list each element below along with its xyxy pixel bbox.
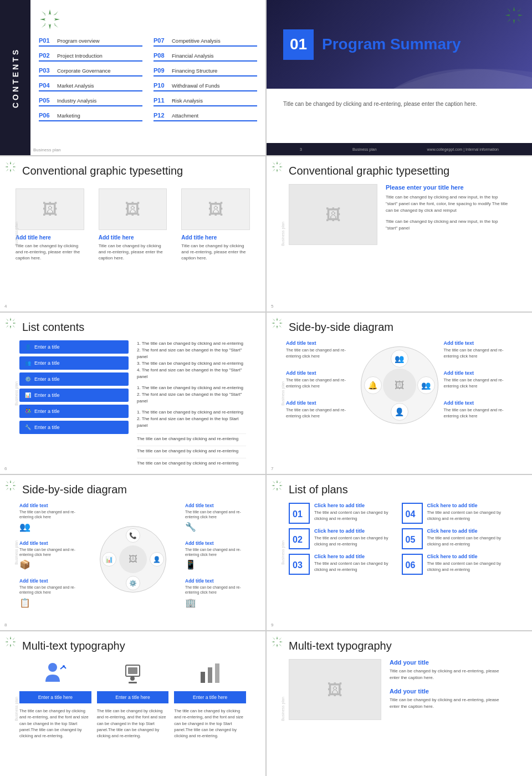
btn-label[interactable]: Enter a title xyxy=(34,376,60,382)
plan-title-3[interactable]: Click here to add title xyxy=(314,554,397,559)
toc-label: Industry Analysis xyxy=(57,98,96,104)
center-icon: 🖼 xyxy=(395,380,405,391)
svg-marker-52 xyxy=(6,481,8,483)
diagram-sm-layout: Add title text The title can be changed … xyxy=(19,503,246,616)
card-3-title[interactable]: Add title here xyxy=(181,234,250,241)
diag-sm-title[interactable]: Add title text xyxy=(185,578,246,584)
multi-btn-1[interactable]: Enter a title here xyxy=(19,691,91,703)
plan-title-4[interactable]: Click here to add title xyxy=(427,503,510,508)
plan-title-6[interactable]: Click here to add title xyxy=(427,554,510,559)
svg-marker-64 xyxy=(10,636,11,640)
svg-marker-70 xyxy=(13,637,15,640)
corner-icon-left xyxy=(271,636,283,650)
btn-label[interactable]: Enter a title xyxy=(34,409,60,414)
diag-sm-desc: The title can be changed and re-entering… xyxy=(19,509,80,519)
plan-title-2[interactable]: Click here to add title xyxy=(314,528,397,534)
orbit-bottom: 👤 xyxy=(391,403,408,421)
svg-marker-48 xyxy=(10,480,11,483)
multi-btn-2[interactable]: Enter a title here xyxy=(97,691,169,703)
list-btn-6[interactable]: 🔧 Enter a title xyxy=(19,421,129,434)
plan-num-6: 06 xyxy=(402,554,423,575)
diag-title[interactable]: Add title text xyxy=(444,400,513,406)
circle-center: 🖼 xyxy=(383,369,416,402)
svg-marker-16 xyxy=(10,161,11,165)
toc-pnum: P04 xyxy=(39,82,54,89)
diag-sm-title[interactable]: Add title text xyxy=(19,578,80,584)
corner-icon-left xyxy=(4,161,17,175)
toc-label: Corporate Governance xyxy=(57,68,111,74)
svg-marker-54 xyxy=(13,481,15,483)
footnote-bar: 3 Business plan www.collegeppt.com | Int… xyxy=(267,143,532,155)
sidebar: CONTENTS xyxy=(0,0,30,155)
list-btn-1[interactable]: 👤 Enter a title xyxy=(19,340,129,354)
diag-desc: The title can be changed and re-entering… xyxy=(286,377,355,389)
diag-title[interactable]: Add title text xyxy=(286,400,355,406)
list-btn-5[interactable]: 👫 Enter a title xyxy=(19,405,129,418)
svg-marker-57 xyxy=(277,488,278,491)
list-btn-3[interactable]: ⚙️ Enter a title xyxy=(19,372,129,386)
svg-marker-53 xyxy=(13,488,15,490)
svg-marker-81 xyxy=(277,636,278,640)
footnote-right: www.collegeppt.com | Internal informatio… xyxy=(427,147,499,151)
content-title[interactable]: Please enter your title here xyxy=(386,184,510,191)
svg-marker-24 xyxy=(277,161,278,165)
multi-right-desc-2: Title can be changed by clicking and re-… xyxy=(390,697,510,710)
svg-marker-60 xyxy=(273,481,275,483)
list-btn-4[interactable]: 📊 Enter a title xyxy=(19,389,129,402)
watermark: Business plan xyxy=(281,540,285,565)
card-2-title[interactable]: Add title here xyxy=(99,234,167,241)
diag-title[interactable]: Add title text xyxy=(286,340,355,346)
svg-marker-19 xyxy=(13,166,16,167)
card-1-title[interactable]: Add title here xyxy=(16,234,84,241)
diag-sm-title[interactable]: Add title text xyxy=(19,503,80,508)
slide8-title: Side-by-side diagram xyxy=(22,483,254,496)
slide-multi-text-left: Multi-text typography Business plan Ente… xyxy=(0,631,265,776)
diag-title[interactable]: Add title text xyxy=(444,340,513,346)
btn-label[interactable]: Enter a title xyxy=(34,425,60,430)
svg-marker-40 xyxy=(277,318,278,321)
diag-sm-title[interactable]: Add title text xyxy=(185,503,246,508)
sidebar-text: CONTENTS xyxy=(11,48,20,108)
diagram-sm-right: Add title text The title can be changed … xyxy=(185,503,246,616)
diag-title[interactable]: Add title text xyxy=(444,370,513,376)
multi-right-title-1[interactable]: Add your title xyxy=(390,659,510,666)
slide-description[interactable]: Title can be changed by clicking and re-… xyxy=(283,100,515,109)
plan-title-1[interactable]: Click here to add title xyxy=(314,503,397,508)
toc-pnum: P05 xyxy=(39,97,54,104)
btn-icon: 👫 xyxy=(25,409,31,414)
slide1-footer: Business plan xyxy=(33,147,61,152)
multi-btn-3[interactable]: Enter a title here xyxy=(174,691,246,703)
diag-sm-right-3: Add title text The title can be changed … xyxy=(185,578,246,607)
plan-3: 03 Click here to add title The title and… xyxy=(289,554,397,575)
svg-marker-62 xyxy=(279,481,282,483)
svg-marker-7 xyxy=(42,23,46,28)
multi-right-title-2[interactable]: Add your title xyxy=(390,688,510,695)
page-num: 9 xyxy=(271,622,273,627)
slide10-title: Multi-text typography xyxy=(289,640,521,652)
btn-label[interactable]: Enter a title xyxy=(34,344,60,350)
toc-item-p03: P03 Corporate Governance xyxy=(39,67,142,76)
svg-marker-36 xyxy=(6,319,8,321)
diag-desc: The title can be changed and re-entering… xyxy=(444,348,513,359)
watermark: Business plan xyxy=(281,381,285,406)
diag-sm-title[interactable]: Add title text xyxy=(185,540,246,546)
svg-marker-47 xyxy=(273,325,275,328)
watermark: Business plan xyxy=(281,697,285,721)
btn-label[interactable]: Enter a title xyxy=(34,360,60,366)
plan-content-2: Click here to add title The title and co… xyxy=(314,528,397,547)
btn-label[interactable]: Enter a title xyxy=(34,392,60,398)
toc-label: Market Analysis xyxy=(57,83,94,89)
svg-marker-18 xyxy=(5,166,8,167)
diag-title[interactable]: Add title text xyxy=(286,370,355,376)
diag-sm-right-2: Add title text The title can be changed … xyxy=(185,540,246,570)
corner-icon-left xyxy=(4,636,17,650)
plan-title-5[interactable]: Click here to add title xyxy=(427,528,510,534)
diagram-sm-center: 🖼 📞 📊 ⚙️ 👤 xyxy=(85,526,181,593)
header-section: 01 Program Summary xyxy=(267,0,532,89)
multi-right-item-2: Add your title Title can be changed by c… xyxy=(390,688,510,710)
plan-content-1: Click here to add title The title and co… xyxy=(314,503,397,522)
diag-sm-title[interactable]: Add title text xyxy=(19,540,80,546)
btn-icon: 📊 xyxy=(25,392,31,398)
list-btn-2[interactable]: 👥 Enter a title xyxy=(19,356,129,370)
multi-desc-1: The title can be changed by clicking and… xyxy=(19,708,91,739)
